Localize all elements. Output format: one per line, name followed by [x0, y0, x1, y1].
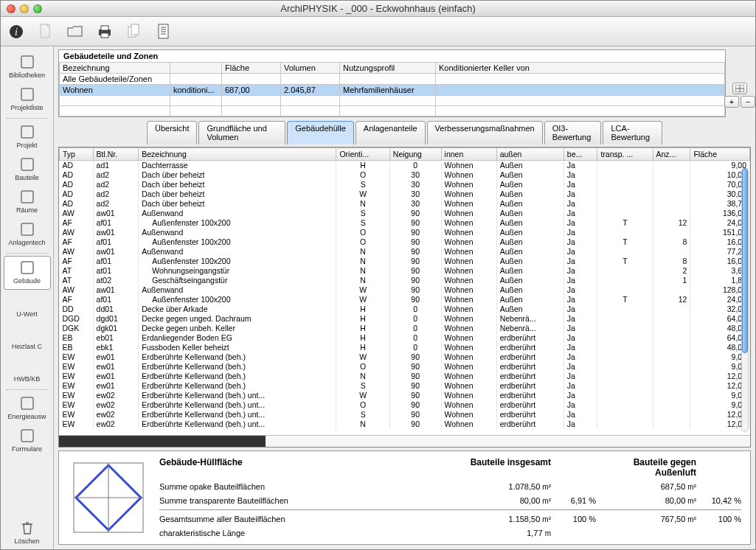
table-row[interactable]: EWew01Erdberührte Kellerwand (beh.)W90Wo… — [60, 352, 750, 362]
table-row[interactable]: ADad2Dach über beheiztS30WohnenAußenJa70… — [60, 180, 750, 189]
grid-header[interactable]: innen — [441, 148, 496, 161]
sidebar-item-heizlast c[interactable]: Heizlast C — [4, 322, 51, 355]
tab-6[interactable]: LCA-Bewertung — [603, 121, 662, 145]
sidebar-item-projekt[interactable]: Projekt — [4, 121, 51, 153]
summary-value: 687,50 m² — [600, 482, 696, 491]
table-row[interactable]: DGDdgd01Decke gegen unged. DachraumH0Woh… — [60, 314, 750, 324]
table-row[interactable]: EBeb01Erdanliegender Boden EGH0Wohnenerd… — [60, 333, 750, 343]
table-row[interactable]: AFaf01 Außenfenster 100x200S90WohnenAuße… — [60, 218, 750, 228]
grid-header[interactable]: Neigung — [389, 148, 441, 161]
table-row[interactable]: EWew02Erdberührte Kellerwand (beh.) unt.… — [60, 420, 750, 429]
table-row[interactable]: AFaf01 Außenfenster 100x200O90WohnenAuße… — [60, 237, 750, 247]
table-row[interactable]: EWew02Erdberührte Kellerwand (beh.) unt.… — [60, 391, 750, 400]
sidebar-item-anlagentech[interactable]: Anlagentech — [4, 218, 51, 251]
table-row[interactable]: AFaf01 Außenfenster 100x200N90WohnenAuße… — [60, 257, 750, 266]
svg-rect-20 — [21, 397, 33, 409]
svg-rect-19 — [21, 262, 33, 274]
sidebar-item-bauteile[interactable]: Bauteile — [4, 153, 51, 186]
table-row[interactable]: AWaw01AußenwandS90WohnenAußenJa136,00 — [60, 209, 750, 218]
sidebar-item-hwb/kb[interactable]: HWB/KB — [4, 355, 51, 387]
grid-header[interactable]: Bezeichnung — [139, 148, 336, 161]
tab-4[interactable]: Verbesserungsmaßnahmen — [427, 121, 543, 145]
zone-header[interactable] — [170, 63, 222, 74]
sidebar-item-label: Energieausw — [4, 413, 51, 420]
sidebar-item-label: Anlagentech — [4, 239, 51, 246]
list-icon — [4, 86, 51, 102]
sidebar-item-formulare[interactable]: Formulare — [4, 425, 51, 457]
sidebar-item-projektliste[interactable]: Projektliste — [4, 83, 51, 116]
table-row[interactable]: EWew01Erdberührte Kellerwand (beh.)S90Wo… — [60, 381, 750, 391]
new-doc-icon[interactable] — [36, 22, 55, 41]
zones-table[interactable]: BezeichnungFlächeVolumenNutzungsprofilKo… — [59, 62, 725, 116]
sidebar-item-löschen[interactable]: Löschen — [4, 517, 51, 549]
table-row[interactable]: EWew02Erdberührte Kellerwand (beh.) unt.… — [60, 410, 750, 420]
table-row[interactable]: ADad2Dach über beheiztW30WohnenAußenJa30… — [60, 189, 750, 199]
minus-button[interactable]: − — [741, 96, 755, 108]
table-row[interactable]: EWew01Erdberührte Kellerwand (beh.)N90Wo… — [60, 372, 750, 381]
zone-header[interactable]: Fläche — [222, 63, 281, 74]
sidebar-item-gebäude[interactable]: Gebäude — [4, 256, 51, 290]
tab-1[interactable]: Grundfläche und Volumen — [198, 121, 285, 145]
document-icon[interactable] — [154, 22, 173, 41]
sidebar-item-label: Projektliste — [4, 104, 51, 111]
table-row[interactable]: ADad2Dach über beheiztN30WohnenAußenJa38… — [60, 199, 750, 209]
zone-header[interactable]: Konditionierter Keller von — [436, 63, 725, 74]
sidebar-item-label: Löschen — [4, 537, 51, 545]
table-row[interactable]: AFaf01 Außenfenster 100x200W90WohnenAuße… — [60, 295, 750, 304]
zone-header[interactable]: Bezeichnung — [60, 63, 170, 74]
sidebar-item-bibliotheken[interactable]: Bibliotheken — [4, 51, 51, 83]
summary-col-total: Bauteile insgesamt — [455, 457, 551, 467]
grid-header[interactable]: Btl.Nr. — [93, 148, 139, 161]
svg-rect-4 — [101, 26, 108, 30]
tab-5[interactable]: OI3-Bewertung — [544, 121, 602, 145]
table-row[interactable]: AWaw01AußenwandW90WohnenAußenJa128,00 — [60, 285, 750, 295]
zone-side-controls: + − — [729, 49, 751, 117]
vertical-scrollbar[interactable] — [741, 168, 749, 432]
grid-header[interactable]: Fläche — [690, 148, 750, 161]
summary-panel: Gebäude-HüllflächeBauteile insgesamtBaut… — [58, 450, 751, 545]
table-row[interactable]: AWaw01AußenwandN90WohnenAußenJa77,29 — [60, 247, 750, 257]
components-table[interactable]: TypBtl.Nr.BezeichnungOrienti...Neigungin… — [59, 147, 750, 429]
sidebar-item-räume[interactable]: Räume — [4, 186, 51, 218]
table-row[interactable]: AWaw01AußenwandO90WohnenAußenJa151,00 — [60, 228, 750, 237]
grid-header[interactable]: transp. ... — [597, 148, 653, 161]
zone-row[interactable]: Alle Gebäudeteile/Zonen — [60, 74, 725, 85]
tab-3[interactable]: Anlagenanteile — [356, 121, 426, 145]
table-row[interactable]: DGKdgk01Decke gegen unbeh. KellerH0Wohne… — [60, 324, 750, 333]
grid-icon[interactable] — [732, 83, 747, 94]
grid-header[interactable]: be... — [563, 148, 597, 161]
wall-icon — [4, 156, 51, 173]
grid-header[interactable]: Anz... — [653, 148, 690, 161]
envelope-diagram — [68, 457, 149, 538]
svg-rect-14 — [21, 88, 33, 100]
table-row[interactable]: ATat02 GeschäftseingangstürN90WohnenAuße… — [60, 276, 750, 285]
table-row[interactable]: ADad2Dach über beheiztO30WohnenAußenJa10… — [60, 170, 750, 180]
copy-icon[interactable] — [125, 22, 144, 41]
grid-header[interactable]: Typ — [60, 148, 94, 161]
table-row[interactable]: ATat01 WohnungseingangstürN90WohnenAußen… — [60, 266, 750, 276]
sidebar-item-energieausw[interactable]: Energieausw — [4, 392, 51, 425]
info-icon[interactable]: i — [7, 22, 26, 41]
table-row[interactable]: DDdd01Decke über ArkadeH0WohnenAußenJa32… — [60, 304, 750, 314]
table-row[interactable]: EWew01Erdberührte Kellerwand (beh.)O90Wo… — [60, 362, 750, 372]
zone-row[interactable] — [60, 106, 725, 116]
plus-button[interactable]: + — [724, 96, 739, 108]
open-folder-icon[interactable] — [66, 22, 85, 41]
table-row[interactable]: EBebk1Fussboden Keller beheiztH0Wohnener… — [60, 343, 750, 352]
print-icon[interactable] — [95, 22, 114, 41]
window-title: ArchiPHYSIK - _000 - Eckwohnhaus (einfac… — [1, 3, 755, 14]
zone-header[interactable]: Volumen — [281, 63, 340, 74]
sidebar-item-u-wert[interactable]: U-Wert — [4, 290, 51, 322]
tab-2[interactable]: Gebäudehülle — [287, 121, 354, 145]
grid-header[interactable]: Orienti... — [336, 148, 389, 161]
summary-pct: 10,42 % — [701, 496, 741, 505]
zone-header[interactable]: Nutzungsprofil — [340, 63, 436, 74]
trash-icon — [4, 520, 51, 536]
table-row[interactable]: ADad1DachterrasseH0WohnenAußenJa9,00 — [60, 161, 750, 170]
table-row[interactable]: EWew02Erdberührte Kellerwand (beh.) unt.… — [60, 400, 750, 410]
tab-0[interactable]: Übersicht — [147, 121, 197, 145]
summary-value: 1.158,50 m² — [455, 515, 551, 523]
grid-header[interactable]: außen — [496, 148, 563, 161]
zone-row[interactable]: Wohnenkonditioni...687,002.045,87Mehrfam… — [60, 85, 725, 96]
zone-row[interactable] — [60, 96, 725, 106]
